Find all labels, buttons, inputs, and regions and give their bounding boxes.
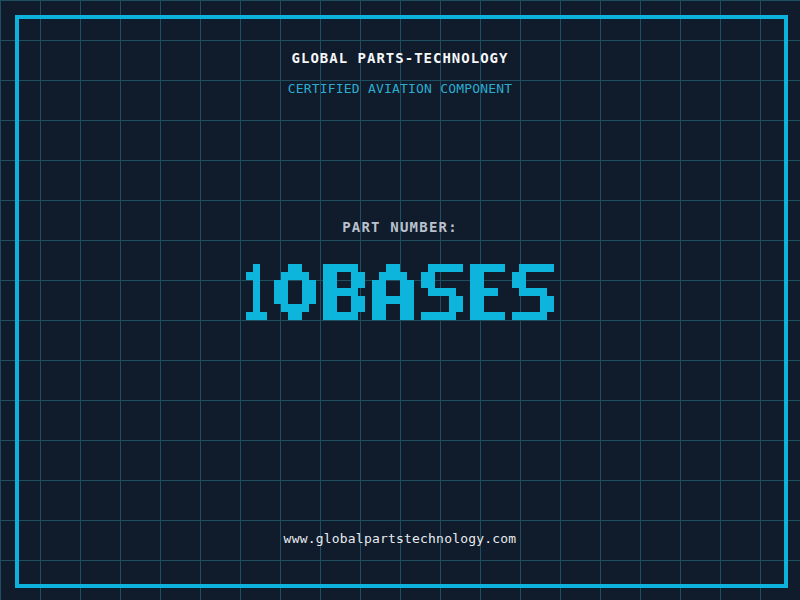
part-number-label: PART NUMBER: (0, 219, 800, 235)
company-title: GLOBAL PARTS-TECHNOLOGY (0, 50, 800, 66)
part-number-display (246, 264, 554, 320)
website-url: www.globalpartstechnology.com (0, 531, 800, 546)
certification-subtitle: CERTIFIED AVIATION COMPONENT (0, 81, 800, 96)
certificate-page: GLOBAL PARTS-TECHNOLOGY CERTIFIED AVIATI… (0, 0, 800, 600)
